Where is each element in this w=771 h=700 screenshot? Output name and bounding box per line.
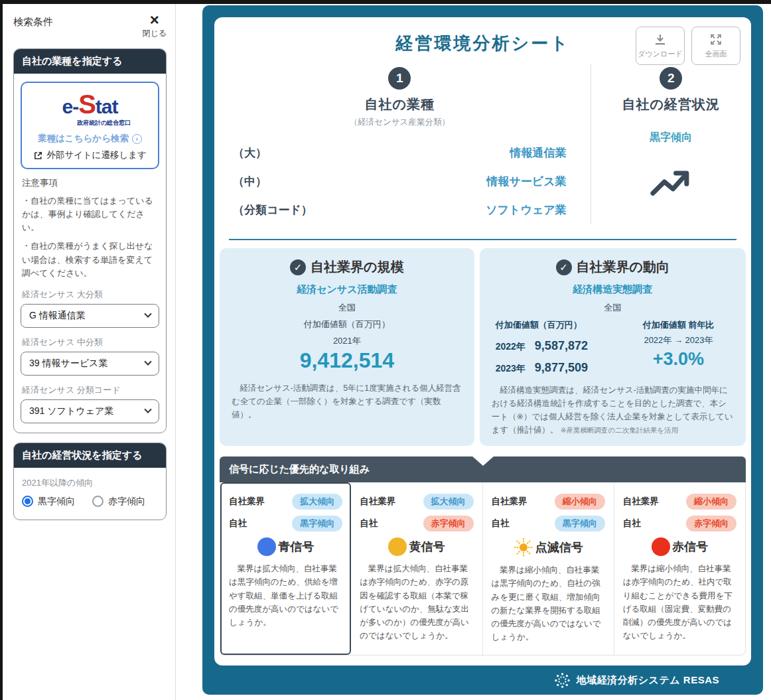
industry-trend-pill: 縮小傾向 [555,494,605,510]
yoy-range: 2022年 → 2023年 [623,334,734,346]
notes-title: 注意事項 [22,177,158,189]
company-trend-pill: 赤字傾向 [423,516,474,531]
note-item: ・自社の業種がうまく探し出せない場合は、検索する単語を変えて調べてください。 [22,240,158,279]
signal-advice-text: 業界は拡大傾向、自社事業は黒字傾向のため、供給を増やす取組、単価を上げる取組の優… [229,562,342,629]
trend-year-2023: 2023年 [496,363,526,375]
resas-logo-icon [554,672,571,689]
yoy-label: 付加価値額 前年比 [623,319,734,331]
radio-selected-icon[interactable] [22,496,33,507]
estat-link-box[interactable]: e-Stat 政府統計の総合窓口 業種はこちらから検索 › 外部サイトに遷移しま… [21,82,159,169]
census-code-value: 391 ソフトウェア業 [29,405,113,417]
radio-surplus-trend[interactable]: 黒字傾向 [22,496,75,508]
close-label[interactable]: 閉じる [142,29,167,38]
industry-spec-panel: 自社の業種を指定する e-Stat 政府統計の総合窓口 業種はこちらから検索 ›… [13,48,167,433]
census-middle-value: 39 情報サービス業 [29,358,107,370]
download-label[interactable]: ダウンロード [638,49,682,59]
fullscreen-label[interactable]: 全画面 [705,49,727,59]
pointer-notch [472,456,494,466]
industry-search-link[interactable]: 業種はこちらから検索 › [27,133,153,145]
industry-tag-label: 自社業界 [229,496,265,508]
trend-description-note: ※産業横断調査の二次集計結果を活用 [561,426,678,434]
trend-since-label: 2021年以降の傾向 [22,477,158,489]
scale-survey-name: 経済センサス活動調査 [232,283,462,296]
radio-unselected-icon[interactable] [92,496,104,507]
industry-row-middle: （中） 情報サービス業 [233,167,567,196]
resas-brand-text: 地域経済分析システム RESAS [577,674,719,687]
estat-tagline: 政府統計の総合窓口 [27,119,153,127]
chevron-down-icon [144,358,151,365]
note-item: ・自社の業種に当てはまっているかは、事例より確認してください。 [22,194,158,234]
close-sidebar-button[interactable]: × 閉じる [142,13,167,39]
industry-trend-pill: 拡大傾向 [292,494,342,510]
status-panel-header: 自社の経営状況を指定する [14,443,166,468]
census-middle-label: 経済センサス 中分類 [22,336,158,348]
industry-tag-label: 自社業界 [360,496,395,508]
trend-value-2022: 9,587,872 [535,339,588,353]
radio-deficit-label[interactable]: 赤字傾向 [108,496,145,508]
signal-name-label: 点滅信号 [535,539,583,555]
step2-management-status: 2 自社の経営状況 黒字傾向 [591,64,751,224]
census-major-value: G 情報通信業 [29,310,86,322]
company-trend-pill: 赤字傾向 [686,516,736,531]
census-major-select[interactable]: G 情報通信業 [21,304,159,328]
step1-number-badge: 1 [388,67,411,90]
signal-advice-text: 業界は拡大傾向、自社事業は赤字傾向のため、赤字の原因を確認する取組（本業で稼げて… [360,562,473,643]
company-tag-label: 自社 [623,518,641,529]
industry-trend-panel: ✓ 自社業界の動向 経済構造実態調査 全国 付加価値額（百万円） 2022年 9… [480,248,746,446]
industry-row-code: （分類コード） ソフトウェア業 [233,196,567,224]
signal-actions-section: 信号に応じた優先的な取り組み 自社業界 拡大傾向 自社 黒字傾向 [220,456,746,656]
blue-signal-icon [257,537,276,556]
step1-title: 自社の業種 [233,96,567,113]
fullscreen-button[interactable]: 全画面 [691,27,740,65]
census-middle-select[interactable]: 39 情報サービス業 [21,352,159,376]
yoy-value: +3.0% [623,349,734,370]
signal-card-blinking: 自社業界 縮小傾向 自社 黒字傾向 [483,482,614,655]
external-site-note: 外部サイトに遷移します [27,149,153,161]
industry-code-value: ソフトウェア業 [486,202,566,218]
industry-row-major: （大） 情報通信業 [233,139,567,167]
section-divider [229,239,736,240]
industry-scale-panel: ✓ 自社業界の規模 経済センサス活動調査 全国 付加価値額（百万円） 2021年… [220,248,474,446]
industry-trend-pill: 拡大傾向 [423,494,474,510]
industry-middle-value: 情報サービス業 [486,174,566,189]
search-conditions-sidebar: 検索条件 × 閉じる 自社の業種を指定する e-Stat 政府統計の総合窓口 業… [3,4,175,700]
trend-survey-name: 経済構造実態調査 [492,283,734,296]
signal-card-yellow: 自社業界 拡大傾向 自社 赤字傾向 黄信号 業界は拡大傾向、自社事業は赤字傾向の… [351,482,482,655]
check-icon: ✓ [556,259,572,275]
industry-middle-label: （中） [233,174,267,189]
estat-logo: e-Stat [27,91,153,117]
estat-logo-e: e- [62,96,78,117]
trend-row-2023: 2023年 9,877,509 [496,361,623,375]
industry-code-label: （分類コード） [233,202,313,218]
trend-region: 全国 [492,302,734,314]
scale-region: 全国 [232,302,462,314]
radio-surplus-label[interactable]: 黒字傾向 [38,496,75,508]
census-code-label: 経済センサス 分類コード [22,384,158,396]
company-trend-pill: 黒字傾向 [292,516,342,531]
industry-major-label: （大） [233,145,267,161]
yellow-signal-icon [388,537,407,556]
step1-own-industry: 1 自社の業種 （経済センサス産業分類） （大） 情報通信業 （中） 情報サービ… [214,64,591,224]
scale-description: 経済センサス-活動調査は、5年に1度実施される個人経営含む全ての企業（一部除く）… [232,382,462,421]
resas-footer: 地域経済分析システム RESAS [214,665,751,695]
signal-advice-text: 業界は縮小傾向、自社事業は赤字傾向のため、社内で取り組むことができる費用を下げる… [623,562,736,643]
industry-major-value: 情報通信業 [510,145,567,161]
radio-deficit-trend[interactable]: 赤字傾向 [92,496,145,508]
estat-logo-tat: tat [96,96,118,117]
trend-year-2022: 2022年 [496,341,526,353]
download-button[interactable]: ダウンロード [636,27,685,65]
scale-year: 2021年 [232,335,462,347]
analysis-sheet: 経営環境分析シート ダウンロード 全画面 1 自社の業種 [214,17,751,665]
trend-row-2022: 2022年 9,587,872 [496,339,623,353]
management-status-value: 黒字傾向 [602,131,740,145]
signal-card-blue: 自社業界 拡大傾向 自社 黒字傾向 青信号 業界は拡大傾向、自社事業は黒字傾向の… [220,482,351,655]
close-icon[interactable]: × [142,13,167,27]
check-icon: ✓ [290,259,306,275]
census-major-label: 経済センサス 大分類 [22,289,158,301]
step2-number-badge: 2 [660,67,682,90]
industry-tag-label: 自社業界 [492,496,527,508]
company-tag-label: 自社 [492,518,510,529]
census-code-select[interactable]: 391 ソフトウェア業 [21,399,159,423]
industry-search-link-label[interactable]: 業種はこちらから検索 [38,133,129,145]
signal-card-red: 自社業界 縮小傾向 自社 赤字傾向 赤信号 業界は縮小傾向、自社事業は赤字傾向の… [614,482,745,655]
